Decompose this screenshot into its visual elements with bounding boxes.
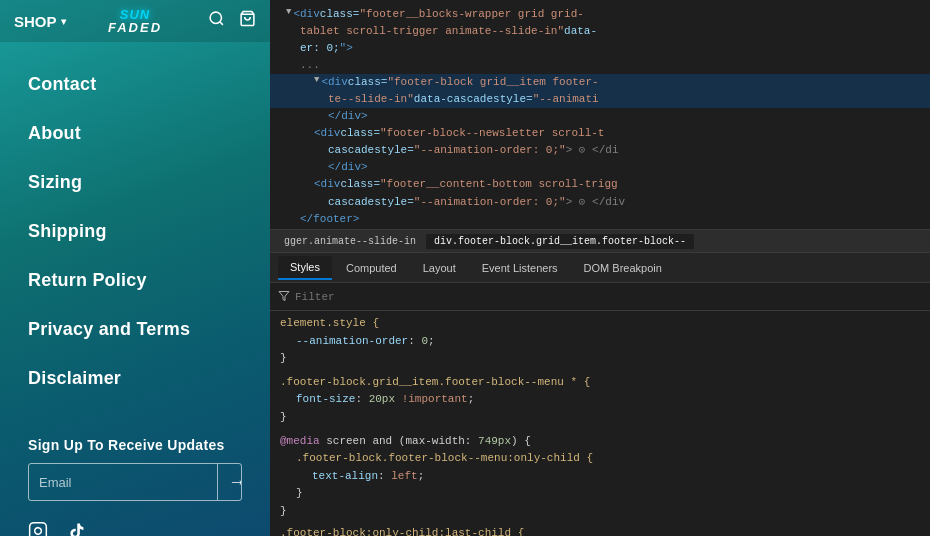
code-line: tablet scroll-trigger animate--slide-in"… bbox=[270, 23, 930, 40]
tab-styles[interactable]: Styles bbox=[278, 256, 332, 280]
mobile-nav-panel: SHOP ▾ SUN FADED Contact About Sizing bbox=[0, 0, 270, 536]
css-nested-selector: .footer-block.footer-block--menu:only-ch… bbox=[280, 450, 920, 468]
svg-marker-5 bbox=[279, 291, 289, 300]
social-bar bbox=[0, 509, 270, 536]
expand-arrow[interactable] bbox=[286, 6, 291, 20]
nav-item-disclaimer[interactable]: Disclaimer bbox=[28, 354, 242, 403]
code-line: </div> bbox=[270, 159, 930, 176]
css-rule-element-style: element.style { --animation-order: 0; } bbox=[270, 315, 930, 368]
filter-icon bbox=[278, 290, 290, 304]
svg-point-0 bbox=[210, 12, 221, 23]
devtools-tabs: Styles Computed Layout Event Listeners D… bbox=[270, 253, 930, 283]
email-input[interactable] bbox=[29, 464, 217, 500]
code-line: er: 0;"> bbox=[270, 40, 930, 57]
code-line: cascade style="--animation-order: 0;"> ⊙… bbox=[270, 194, 930, 211]
css-close-brace: } bbox=[280, 409, 920, 427]
css-rule-footer-only-child: .footer-block:only-child:last-child { bbox=[270, 525, 930, 536]
tab-dom-breakpoints[interactable]: DOM Breakpoin bbox=[572, 257, 674, 279]
devtools-code-view: <div class="footer__blocks-wrapper grid … bbox=[270, 0, 930, 229]
instagram-icon[interactable] bbox=[28, 521, 48, 536]
breadcrumb-item-2[interactable]: div.footer-block.grid__item.footer-block… bbox=[426, 234, 694, 249]
tab-event-listeners[interactable]: Event Listeners bbox=[470, 257, 570, 279]
tiktok-icon[interactable] bbox=[68, 521, 86, 536]
tab-layout[interactable]: Layout bbox=[411, 257, 468, 279]
nav-item-about[interactable]: About bbox=[28, 109, 242, 158]
devtools-panel: <div class="footer__blocks-wrapper grid … bbox=[270, 0, 930, 536]
css-rule-media-query: @media screen and (max-width: 749px) { .… bbox=[270, 433, 930, 521]
code-line: </div> bbox=[270, 108, 930, 125]
css-selector: element.style { bbox=[280, 315, 920, 333]
nav-item-privacy-terms[interactable]: Privacy and Terms bbox=[28, 305, 242, 354]
newsletter-title: Sign Up To Receive Updates bbox=[28, 437, 242, 453]
nav-menu: Contact About Sizing Shipping Return Pol… bbox=[0, 42, 270, 421]
code-line: ... bbox=[270, 57, 930, 74]
email-form: → bbox=[28, 463, 242, 501]
css-property: text-align: left; bbox=[280, 468, 920, 486]
code-line: </footer> bbox=[270, 211, 930, 228]
code-line: te--slide-in" data-cascade style="--anim… bbox=[270, 91, 930, 108]
newsletter-section: Sign Up To Receive Updates → bbox=[0, 425, 270, 509]
nav-item-sizing[interactable]: Sizing bbox=[28, 158, 242, 207]
nav-header: SHOP ▾ SUN FADED bbox=[0, 0, 270, 42]
css-close-brace: } bbox=[280, 350, 920, 368]
header-icons bbox=[208, 10, 256, 32]
css-close-brace-outer: } bbox=[280, 503, 920, 521]
expand-arrow[interactable] bbox=[314, 74, 319, 88]
css-selector: .footer-block.grid__item.footer-block--m… bbox=[280, 374, 920, 392]
svg-line-1 bbox=[220, 22, 223, 25]
css-close-brace: } bbox=[280, 485, 920, 503]
css-selector: .footer-block:only-child:last-child { bbox=[280, 525, 920, 536]
shop-label: SHOP bbox=[14, 13, 57, 30]
breadcrumb-item-1[interactable]: gger.animate--slide-in bbox=[276, 234, 424, 249]
code-line: cascade style="--animation-order: 0;"> ⊙… bbox=[270, 142, 930, 159]
logo-line2: FADED bbox=[108, 21, 162, 34]
logo: SUN FADED bbox=[108, 8, 162, 34]
shop-chevron-icon: ▾ bbox=[61, 16, 66, 27]
code-line: <div class="footer-block--newsletter scr… bbox=[270, 125, 930, 142]
tab-computed[interactable]: Computed bbox=[334, 257, 409, 279]
code-line: <div class="footer__content-bottom scrol… bbox=[270, 176, 930, 193]
css-rules-panel: element.style { --animation-order: 0; } … bbox=[270, 311, 930, 536]
nav-item-shipping[interactable]: Shipping bbox=[28, 207, 242, 256]
css-property: font-size: 20px !important; bbox=[280, 391, 920, 409]
search-icon[interactable] bbox=[208, 10, 225, 32]
code-line-selected[interactable]: <div class="footer-block grid__item foot… bbox=[270, 74, 930, 91]
filter-bar bbox=[270, 283, 930, 311]
nav-item-return-policy[interactable]: Return Policy bbox=[28, 256, 242, 305]
css-rule-footer-block-menu: .footer-block.grid__item.footer-block--m… bbox=[270, 374, 930, 427]
filter-input[interactable] bbox=[295, 291, 922, 303]
cart-icon[interactable] bbox=[239, 10, 256, 32]
email-submit-button[interactable]: → bbox=[217, 464, 242, 500]
shop-button[interactable]: SHOP ▾ bbox=[14, 13, 66, 30]
breadcrumb-bar: gger.animate--slide-in div.footer-block.… bbox=[270, 229, 930, 253]
css-atrule: @media screen and (max-width: 749px) { bbox=[280, 433, 920, 451]
code-line: <div class="footer__blocks-wrapper grid … bbox=[270, 6, 930, 23]
nav-item-contact[interactable]: Contact bbox=[28, 60, 242, 109]
css-property: --animation-order: 0; bbox=[280, 333, 920, 351]
